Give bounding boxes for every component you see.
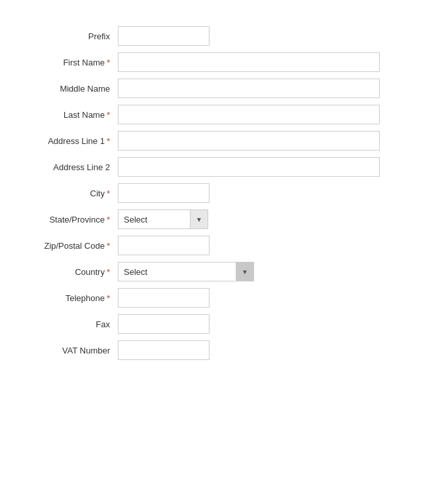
last-name-input[interactable] <box>118 105 380 124</box>
state-province-dropdown-button[interactable]: ▼ <box>190 209 208 229</box>
zip-required: * <box>107 241 110 251</box>
city-row: City* <box>13 183 408 203</box>
chevron-down-icon: ▼ <box>196 216 202 223</box>
middle-name-row: Middle Name <box>13 79 408 98</box>
vat-number-input[interactable] <box>118 340 210 360</box>
zip-postal-code-input[interactable] <box>118 236 210 255</box>
last-name-required: * <box>107 110 110 120</box>
last-name-row: Last Name* <box>13 105 408 124</box>
address-line2-row: Address Line 2 <box>13 157 408 177</box>
state-province-select-wrapper[interactable]: Select ▼ <box>118 209 208 229</box>
country-required: * <box>107 267 110 277</box>
state-province-select-text[interactable]: Select <box>118 209 190 229</box>
fax-input[interactable] <box>118 314 210 334</box>
country-dropdown-button[interactable]: ▼ <box>236 262 254 281</box>
chevron-down-icon: ▼ <box>242 268 248 276</box>
telephone-row: Telephone* <box>13 288 408 308</box>
address-form: Prefix First Name* Middle Name Last Name… <box>13 13 408 380</box>
telephone-input[interactable] <box>118 288 210 308</box>
address-line1-row: Address Line 1* <box>13 131 408 151</box>
zip-postal-code-label: Zip/Postal Code* <box>13 241 118 251</box>
state-province-label: State/Province* <box>13 215 118 225</box>
telephone-required: * <box>107 293 110 303</box>
first-name-input[interactable] <box>118 52 380 72</box>
address-line1-label: Address Line 1* <box>13 136 118 146</box>
country-label: Country* <box>13 267 118 277</box>
zip-postal-code-row: Zip/Postal Code* <box>13 236 408 255</box>
vat-number-label: VAT Number <box>13 346 118 355</box>
prefix-input[interactable] <box>118 26 210 46</box>
address-line2-label: Address Line 2 <box>13 162 118 172</box>
address-line1-required: * <box>107 136 110 146</box>
telephone-label: Telephone* <box>13 293 118 303</box>
first-name-required: * <box>107 58 110 67</box>
country-select-wrapper[interactable]: Select ▼ <box>118 262 254 281</box>
fax-row: Fax <box>13 314 408 334</box>
first-name-label: First Name* <box>13 58 118 67</box>
address-line2-input[interactable] <box>118 157 380 177</box>
middle-name-input[interactable] <box>118 79 380 98</box>
state-province-row: State/Province* Select ▼ <box>13 209 408 229</box>
country-row: Country* Select ▼ <box>13 262 408 281</box>
city-label: City* <box>13 189 118 198</box>
prefix-row: Prefix <box>13 26 408 46</box>
country-select-text[interactable]: Select <box>118 262 236 281</box>
city-required: * <box>107 189 110 198</box>
middle-name-label: Middle Name <box>13 84 118 94</box>
city-input[interactable] <box>118 183 210 203</box>
first-name-row: First Name* <box>13 52 408 72</box>
prefix-label: Prefix <box>13 31 118 41</box>
last-name-label: Last Name* <box>13 110 118 120</box>
state-required: * <box>107 215 110 225</box>
address-line1-input[interactable] <box>118 131 380 151</box>
fax-label: Fax <box>13 319 118 329</box>
vat-number-row: VAT Number <box>13 340 408 360</box>
